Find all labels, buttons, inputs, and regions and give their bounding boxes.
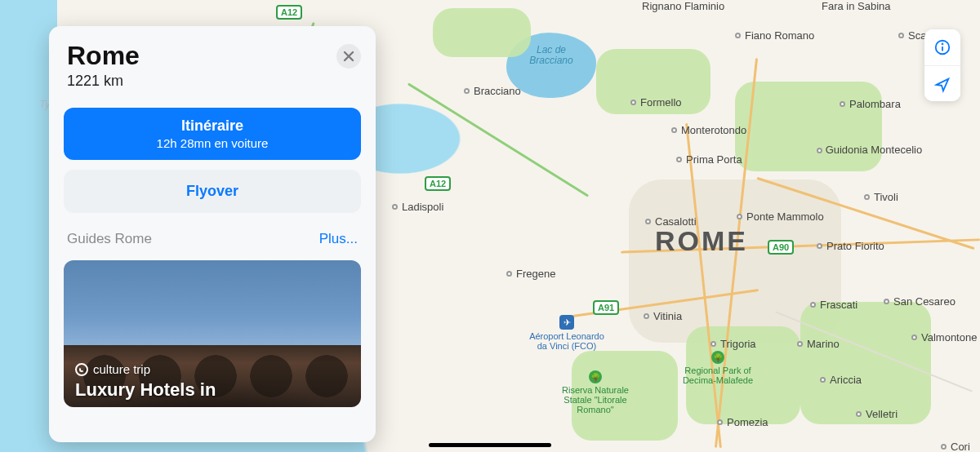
- shield-a90: A90: [768, 240, 794, 255]
- place-velletri[interactable]: Velletri: [866, 408, 898, 420]
- map-city-rome: ROME: [655, 225, 748, 257]
- place-casalotti[interactable]: Casalotti: [655, 215, 697, 228]
- guides-section-title: Guides Rome: [67, 231, 152, 247]
- flyover-label: Flyover: [186, 183, 238, 199]
- airport-label[interactable]: Aéroport Leonardo da Vinci (FCO): [526, 331, 608, 351]
- place-monterotondo[interactable]: Monterotondo: [681, 124, 746, 136]
- park-litorale[interactable]: Riserva Naturale Statale "Litorale Roman…: [559, 385, 632, 414]
- place-valmontone[interactable]: Valmontone: [921, 331, 977, 343]
- place-ponte[interactable]: Ponte Mammolo: [746, 210, 824, 223]
- place-ladispoli[interactable]: Ladispoli: [402, 201, 443, 213]
- place-bracciano[interactable]: Bracciano: [474, 85, 521, 97]
- place-ariccia[interactable]: Ariccia: [830, 374, 862, 386]
- place-fara[interactable]: Fara in Sabina: [822, 0, 891, 12]
- directions-label: Itinéraire: [74, 117, 351, 135]
- place-title: Rome: [67, 41, 358, 71]
- place-frascati[interactable]: Frascati: [820, 299, 858, 311]
- lake-label: Lac de Bracciano: [519, 45, 584, 66]
- directions-eta: 12h 28mn en voiture: [74, 136, 351, 150]
- place-primaporta[interactable]: Prima Porta: [686, 153, 742, 166]
- directions-button[interactable]: Itinéraire 12h 28mn en voiture: [64, 108, 361, 160]
- place-distance: 1221 km: [67, 73, 358, 90]
- place-trigoria[interactable]: Trigoria: [720, 338, 756, 350]
- close-icon: [343, 51, 354, 62]
- park-icon-2[interactable]: 🌳: [711, 351, 724, 364]
- place-sancesareo[interactable]: San Cesareo: [893, 295, 956, 308]
- place-marino[interactable]: Marino: [807, 338, 840, 350]
- brand-logo-icon: [75, 363, 88, 376]
- place-tivoli[interactable]: Tivoli: [874, 191, 898, 203]
- place-vitinia[interactable]: Vitinia: [653, 310, 682, 322]
- guide-card[interactable]: culture trip Luxury Hotels in: [64, 260, 361, 407]
- place-card[interactable]: Rome 1221 km Itinéraire 12h 28mn en voit…: [49, 26, 376, 442]
- map-controls: [924, 29, 960, 101]
- info-icon: [933, 38, 951, 56]
- guides-more-button[interactable]: Plus...: [319, 231, 358, 247]
- home-indicator: [429, 443, 551, 447]
- place-prato[interactable]: Prato Fiorito: [826, 240, 884, 252]
- location-arrow-icon: [933, 75, 951, 93]
- place-rignano[interactable]: Rignano Flaminio: [642, 0, 724, 12]
- guide-title: Luxury Hotels in: [75, 379, 216, 401]
- park-decima[interactable]: Regional Park of Decima-Malafede: [673, 366, 763, 385]
- place-fregene[interactable]: Fregene: [516, 268, 555, 280]
- close-button[interactable]: [336, 44, 361, 69]
- place-cori[interactable]: Cori: [951, 441, 970, 452]
- guide-brand: culture trip: [93, 362, 150, 376]
- flyover-button[interactable]: Flyover: [64, 170, 361, 213]
- park-icon[interactable]: 🌳: [589, 370, 602, 383]
- shield-a12: A12: [276, 5, 302, 20]
- place-palombara[interactable]: Palombara: [849, 98, 901, 110]
- shield-a12-2: A12: [425, 176, 451, 191]
- locate-button[interactable]: [924, 65, 960, 101]
- svg-point-2: [942, 43, 943, 44]
- info-button[interactable]: [924, 29, 960, 65]
- place-formello[interactable]: Formello: [640, 96, 682, 109]
- shield-a91: A91: [593, 300, 619, 315]
- airport-icon[interactable]: ✈: [559, 315, 574, 330]
- place-guidonia[interactable]: Guidonia Montecelio: [826, 144, 923, 156]
- place-pomezia[interactable]: Pomezia: [727, 416, 768, 428]
- place-fiano[interactable]: Fiano Romano: [745, 29, 814, 42]
